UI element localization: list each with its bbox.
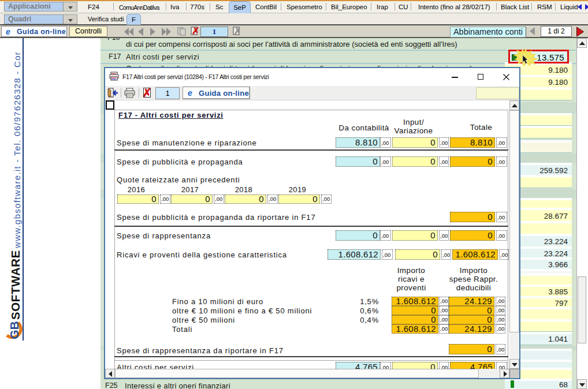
- svg-text:GB: GB: [8, 321, 21, 339]
